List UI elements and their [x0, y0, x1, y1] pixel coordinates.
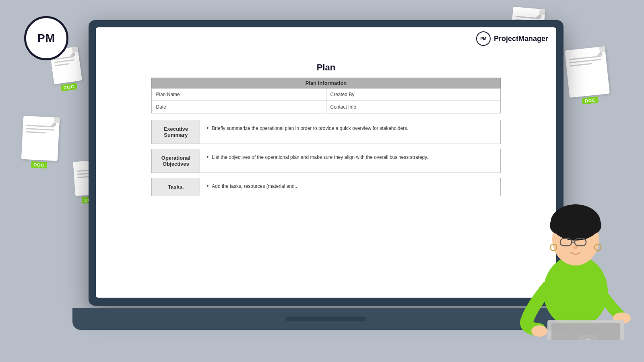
plan-name-label: Plan Name: [152, 88, 326, 101]
screen-pm-name: ProjectManager: [494, 35, 548, 43]
screen-pm-circle: PM: [476, 31, 491, 46]
operational-objectives-content: List the objectives of the operational p…: [200, 149, 500, 173]
doc-badge-2: DOC: [31, 161, 47, 169]
pm-logo: PM: [24, 16, 68, 60]
screen-document: Plan Plan Information Plan Name Created …: [96, 54, 556, 298]
character-illustration: [515, 163, 636, 340]
tasks-text: Add the tasks, resources (material and..…: [206, 182, 493, 190]
plan-info-table: Plan Information Plan Name Created By Da…: [151, 78, 500, 113]
table-row-1: Plan Name Created By: [152, 88, 500, 101]
laptop-base: [72, 308, 580, 330]
svg-point-14: [531, 325, 547, 337]
laptop: PM ProjectManager Plan Plan Information …: [89, 20, 564, 330]
laptop-body: PM ProjectManager Plan Plan Information …: [89, 20, 564, 306]
contact-info-label: Contact Info: [326, 101, 500, 113]
executive-summary-text: Briefly summarize the operational plan i…: [206, 124, 493, 132]
executive-summary-content: Briefly summarize the operational plan i…: [200, 120, 500, 144]
plan-title: Plan: [108, 62, 544, 73]
executive-summary-label: ExecutiveSummary: [152, 120, 200, 144]
operational-objectives-text: List the objectives of the operational p…: [206, 153, 493, 161]
operational-objectives-section: OperationalObjectives List the objective…: [151, 149, 500, 173]
doc-float-5: DOC: [565, 46, 611, 106]
operational-objectives-label: OperationalObjectives: [152, 149, 200, 173]
tasks-label: Tasks,: [152, 178, 200, 196]
doc-badge-5: DOC: [582, 97, 599, 105]
svg-point-13: [573, 246, 578, 249]
table-row-2: Date Contact Info: [152, 101, 500, 113]
tasks-content: Add the tasks, resources (material and..…: [200, 178, 500, 196]
svg-point-7: [568, 207, 584, 223]
doc-icon-5: [565, 46, 610, 98]
executive-summary-section: ExecutiveSummary Briefly summarize the o…: [151, 120, 500, 144]
doc-icon-2: [21, 116, 60, 161]
tasks-section: Tasks, Add the tasks, resources (materia…: [151, 178, 500, 196]
created-by-label: Created By: [326, 88, 500, 101]
doc-badge-1: DOC: [61, 83, 77, 91]
screen-header: PM ProjectManager: [96, 27, 556, 50]
screen-pm-logo: PM ProjectManager: [476, 31, 548, 46]
doc-float-2: DOC: [21, 116, 60, 169]
table-header: Plan Information: [152, 78, 500, 88]
laptop-hinge: [286, 317, 366, 321]
date-label: Date: [152, 101, 326, 113]
laptop-screen: PM ProjectManager Plan Plan Information …: [96, 27, 556, 298]
